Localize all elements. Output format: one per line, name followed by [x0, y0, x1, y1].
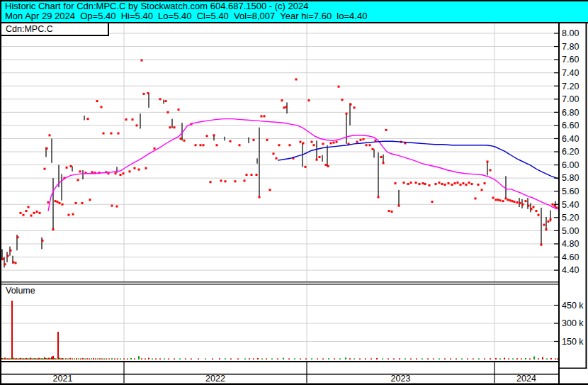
- range-bar: [316, 140, 317, 160]
- close-dot: [415, 182, 417, 184]
- volume-bar: [57, 332, 59, 359]
- close-dot: [230, 140, 232, 143]
- volume-bar: [10, 358, 11, 359]
- range-bar: [322, 155, 322, 162]
- range-bar: [259, 128, 259, 197]
- close-dot: [372, 148, 374, 150]
- volume-bar: [300, 359, 301, 360]
- close-dot: [261, 115, 263, 117]
- price-axis-label: 6.40: [562, 134, 579, 144]
- range-bar: [163, 100, 164, 104]
- volume-bar: [1, 358, 3, 359]
- header-title-line: Historic Chart for Cdn:MPC.C by Stockwat…: [0, 1, 588, 11]
- volume-bar: [103, 359, 105, 360]
- volume-bar: [24, 359, 26, 360]
- close-dot: [333, 142, 335, 144]
- frame-borders: [0, 22, 588, 385]
- price-axis-label: 8.00: [562, 28, 579, 38]
- volume-bar: [44, 357, 45, 359]
- volume-bar: [82, 358, 84, 359]
- close-dot: [511, 200, 514, 202]
- range-bar: [72, 166, 72, 171]
- volume-bar: [72, 358, 73, 359]
- volume-bar: [521, 359, 522, 360]
- close-dot: [278, 144, 281, 146]
- volume-bar: [525, 358, 526, 359]
- volume-bar: [546, 359, 548, 360]
- volume-bar: [9, 359, 10, 360]
- close-dot: [7, 255, 9, 257]
- volume-bar: [41, 358, 43, 359]
- volume-bar: [450, 359, 451, 360]
- close-dot: [502, 200, 504, 202]
- close-dot: [509, 199, 511, 201]
- volume-bar: [11, 301, 13, 359]
- volume-bar: [416, 358, 417, 359]
- close-dot: [341, 99, 344, 101]
- range-bar: [346, 113, 346, 144]
- close-dot: [311, 141, 313, 143]
- volume-axis-label: 300 k: [562, 318, 584, 328]
- close-dot: [289, 144, 291, 146]
- close-dot: [313, 144, 315, 146]
- close-dot: [536, 210, 538, 212]
- close-dot: [360, 139, 362, 141]
- close-dot: [147, 92, 149, 94]
- close-dot: [545, 228, 548, 230]
- close-dot: [81, 202, 84, 204]
- close-dot: [28, 206, 30, 208]
- volume-bar: [114, 359, 115, 360]
- close-dot: [338, 86, 340, 88]
- close-dot: [30, 215, 33, 217]
- close-dot: [213, 134, 215, 136]
- close-dot: [143, 93, 145, 95]
- close-dot: [253, 139, 255, 141]
- close-dot: [145, 167, 147, 169]
- volume-bar: [78, 359, 79, 360]
- close-dot: [398, 205, 400, 207]
- volume-bar: [317, 359, 318, 360]
- close-dot: [492, 197, 494, 199]
- close-dot: [552, 203, 554, 206]
- volume-bar: [393, 359, 395, 360]
- close-dot: [72, 213, 74, 216]
- close-dot: [266, 139, 268, 141]
- volume-bar: [76, 358, 77, 359]
- close-dot: [225, 180, 227, 182]
- volume-bar: [399, 358, 400, 359]
- volume-bar: [123, 359, 125, 360]
- close-dot: [388, 210, 390, 212]
- close-dot: [350, 104, 352, 106]
- close-dot: [303, 142, 305, 144]
- volume-panel-label: Volume: [1, 286, 35, 296]
- volume-bar: [205, 359, 206, 360]
- frame-left-border: [0, 0, 1, 385]
- close-dot: [410, 182, 412, 184]
- close-dot: [305, 166, 307, 168]
- close-dot: [216, 144, 218, 146]
- close-dot: [66, 167, 68, 169]
- range-bar: [140, 113, 140, 128]
- close-dot: [300, 141, 302, 143]
- volume-bar: [106, 358, 107, 359]
- volume-bar: [21, 359, 23, 360]
- volume-bar: [17, 359, 18, 360]
- close-dot: [89, 199, 91, 201]
- close-dot: [541, 243, 543, 245]
- range-bar: [84, 116, 84, 120]
- volume-bar: [145, 359, 146, 360]
- volume-bar: [174, 359, 175, 360]
- close-dot: [366, 144, 368, 146]
- volume-bar: [504, 358, 505, 359]
- volume-bar: [47, 358, 48, 359]
- volume-bar: [219, 358, 220, 359]
- volume-bar: [244, 359, 246, 360]
- close-dot: [68, 214, 70, 216]
- price-axis-label: 7.60: [562, 55, 579, 65]
- volume-bars: [1, 301, 558, 359]
- volume-bar: [456, 359, 457, 360]
- close-dot: [448, 182, 450, 184]
- volume-bar: [495, 358, 497, 359]
- volume-bar: [444, 359, 446, 360]
- volume-bar: [97, 359, 98, 360]
